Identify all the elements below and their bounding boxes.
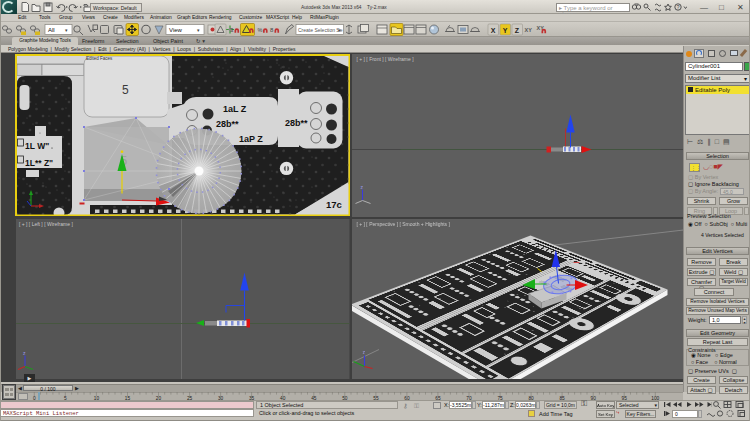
svg-text:1L W": 1L W" — [25, 141, 49, 151]
svg-text:All: All — [48, 27, 55, 33]
svg-text:17c: 17c — [326, 199, 342, 210]
svg-text:%: % — [258, 27, 263, 33]
svg-text:[ + ] [ Perspective ] [ Smooth: [ + ] [ Perspective ] [ Smooth + Highlig… — [356, 221, 450, 227]
svg-text:Create Selection Se: Create Selection Se — [298, 27, 343, 33]
svg-text:[ + ] [ Front ] [ Wireframe ]: [ + ] [ Front ] [ Wireframe ] — [356, 56, 414, 62]
svg-text:z: z — [362, 348, 365, 354]
svg-text:5: 5 — [122, 83, 129, 97]
svg-text:Y: Y — [503, 27, 508, 34]
svg-text:1aP Z: 1aP Z — [239, 134, 263, 144]
svg-text:Z: Z — [515, 27, 520, 34]
svg-text:Edited Faces: Edited Faces — [86, 56, 113, 61]
svg-text:View: View — [169, 27, 183, 33]
svg-text:8: 8 — [270, 27, 274, 33]
svg-text:?: ? — [677, 4, 680, 10]
svg-text:1L** Z": 1L** Z" — [25, 158, 53, 168]
svg-text:X: X — [491, 27, 496, 34]
svg-text:[ + ] [ Left ] [ Wireframe ]: [ + ] [ Left ] [ Wireframe ] — [19, 221, 73, 227]
svg-text:28b**: 28b** — [285, 118, 308, 128]
svg-text:XY: XY — [525, 27, 533, 33]
svg-text:1aL Z: 1aL Z — [223, 104, 247, 114]
svg-text:28b**: 28b** — [216, 119, 239, 129]
